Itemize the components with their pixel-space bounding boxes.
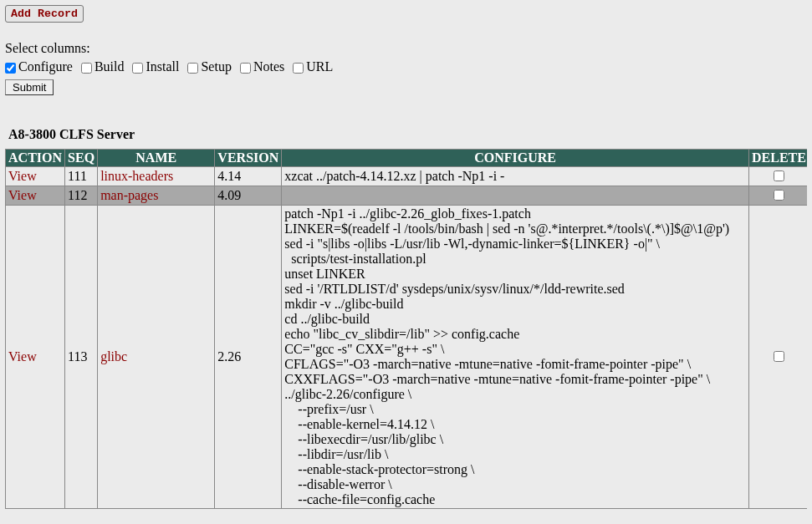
version-cell: 4.09 xyxy=(215,186,282,206)
seq-cell: 111 xyxy=(65,167,98,186)
configure-cell: patch -Np1 -i ../glibc-2.26_glob_fixes-1… xyxy=(282,206,749,509)
col-notes-checkbox[interactable] xyxy=(240,63,251,74)
delete-checkbox[interactable] xyxy=(774,351,784,362)
col-install-checkbox[interactable] xyxy=(132,63,143,74)
table-row: View 111 linux-headers 4.14 xzcat ../pat… xyxy=(6,167,808,186)
col-build[interactable]: Build xyxy=(81,59,128,74)
table-row: View 113 glibc 2.26 patch -Np1 -i ../gli… xyxy=(6,206,808,509)
th-version: VERSION xyxy=(215,150,282,167)
th-configure: CONFIGURE xyxy=(282,150,749,167)
configure-cell: xzcat ../patch-4.14.12.xz | patch -Np1 -… xyxy=(282,167,749,186)
th-name: NAME xyxy=(98,150,215,167)
page-title: A8-3800 CLFS Server xyxy=(8,127,807,142)
seq-cell: 113 xyxy=(65,206,98,509)
configure-cell xyxy=(282,186,749,206)
select-columns-label: Select columns: xyxy=(5,41,807,56)
col-install[interactable]: Install xyxy=(132,59,182,74)
version-cell: 4.14 xyxy=(215,167,282,186)
seq-cell: 112 xyxy=(65,186,98,206)
name-link[interactable]: man-pages xyxy=(100,188,158,202)
table-row: View 112 man-pages 4.09 xyxy=(6,186,808,206)
th-delete: DELETE xyxy=(748,150,807,167)
col-setup-checkbox[interactable] xyxy=(187,63,198,74)
view-link[interactable]: View xyxy=(8,169,37,183)
view-link[interactable]: View xyxy=(8,188,37,202)
col-setup[interactable]: Setup xyxy=(187,59,234,74)
col-configure-checkbox[interactable] xyxy=(5,63,16,74)
submit-button[interactable]: Submit xyxy=(5,79,54,95)
col-configure[interactable]: Configure xyxy=(5,59,76,74)
packages-table: ACTION SEQ NAME VERSION CONFIGURE DELETE… xyxy=(5,149,807,509)
th-action: ACTION xyxy=(6,150,65,167)
col-build-checkbox[interactable] xyxy=(81,63,92,74)
name-link[interactable]: glibc xyxy=(100,349,127,364)
delete-checkbox[interactable] xyxy=(774,170,784,181)
version-cell: 2.26 xyxy=(215,206,282,509)
col-url[interactable]: URL xyxy=(293,59,333,74)
name-link[interactable]: linux-headers xyxy=(100,169,173,183)
col-url-checkbox[interactable] xyxy=(293,63,304,74)
col-notes[interactable]: Notes xyxy=(240,59,288,74)
column-checkboxes: Configure Build Install Setup Notes URL xyxy=(5,59,807,74)
delete-checkbox[interactable] xyxy=(774,190,784,201)
view-link[interactable]: View xyxy=(8,349,37,364)
th-seq: SEQ xyxy=(65,150,98,167)
add-record-button[interactable]: Add Record xyxy=(5,5,84,23)
